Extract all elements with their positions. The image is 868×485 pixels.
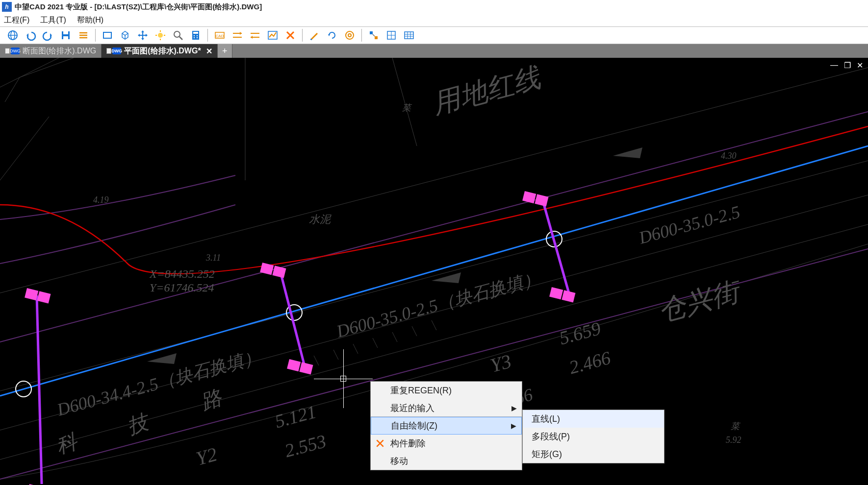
svg-line-62: [0, 117, 49, 180]
svg-marker-12: [141, 30, 144, 32]
svg-line-82: [280, 268, 304, 364]
svg-marker-92: [432, 272, 461, 283]
svg-rect-24: [193, 32, 198, 34]
menu-bar: 工程(F) 工具(T) 帮助(H): [0, 14, 868, 26]
svg-rect-11: [103, 32, 111, 38]
menu-recent-input[interactable]: 最近的输入 ▶: [371, 399, 522, 417]
node-icon[interactable]: [366, 28, 381, 43]
calc-icon[interactable]: [188, 28, 203, 43]
submenu-label: 矩形(G): [532, 448, 562, 460]
table-icon[interactable]: [402, 28, 416, 43]
svg-rect-84: [272, 266, 286, 278]
svg-line-71: [0, 112, 868, 342]
svg-marker-15: [146, 34, 148, 37]
menu-move[interactable]: 移动: [371, 452, 522, 470]
svg-text:CAD: CAD: [216, 34, 224, 38]
svg-rect-6: [63, 31, 68, 34]
svg-rect-86: [299, 362, 313, 374]
toolbar: CAD: [0, 26, 868, 44]
menu-repeat-regen[interactable]: 重复REGEN(R): [371, 382, 522, 399]
svg-point-26: [197, 35, 198, 36]
submenu-label: 直线(L): [532, 413, 560, 425]
svg-line-70: [432, 320, 436, 330]
svg-marker-93: [147, 353, 177, 364]
redo-icon[interactable]: [41, 28, 55, 43]
toolbar-separator: [207, 29, 208, 42]
search-icon[interactable]: [171, 28, 185, 43]
submenu-polyline[interactable]: 多段线(P): [523, 428, 664, 445]
menu-label: 移动: [390, 455, 408, 467]
svg-marker-13: [141, 38, 144, 40]
chart-icon[interactable]: [265, 28, 280, 43]
svg-marker-41: [328, 34, 330, 36]
grid-icon[interactable]: [384, 28, 399, 43]
toolbar-separator: [361, 29, 362, 42]
svg-rect-79: [37, 291, 51, 303]
target-icon[interactable]: [342, 28, 357, 43]
tab-plan-drawing[interactable]: DWG 平面图(给排水).DWG* ✕: [102, 44, 217, 58]
svg-rect-88: [522, 191, 536, 203]
print-icon: [106, 48, 111, 54]
x-delete-icon[interactable]: [283, 28, 298, 43]
svg-line-68: [392, 332, 397, 342]
svg-rect-44: [370, 31, 373, 34]
menu-help[interactable]: 帮助(H): [77, 15, 103, 25]
submenu-label: 多段线(P): [532, 431, 570, 442]
tab-section-drawing[interactable]: DWG 断面图(给排水).DWG: [0, 44, 102, 58]
svg-line-58: [0, 68, 868, 293]
svg-line-69: [412, 326, 417, 336]
rotate-icon[interactable]: [325, 28, 339, 43]
rect-icon[interactable]: [100, 28, 115, 43]
x-delete-icon: [375, 438, 385, 449]
svg-line-22: [179, 37, 182, 40]
cad-canvas[interactable]: — ❐ ✕: [0, 58, 868, 485]
tab-label: 平面图(给排水).DWG*: [124, 46, 201, 56]
svg-rect-45: [375, 36, 378, 39]
menu-tools[interactable]: 工具(T): [40, 15, 66, 25]
svg-marker-94: [613, 147, 642, 158]
menu-project[interactable]: 工程(F): [4, 15, 29, 25]
svg-point-28: [197, 37, 198, 38]
close-icon[interactable]: ✕: [206, 47, 212, 56]
svg-point-16: [158, 33, 163, 38]
cube-icon[interactable]: [118, 28, 132, 43]
svg-line-66: [353, 344, 358, 354]
svg-rect-90: [549, 287, 563, 299]
svg-rect-7: [63, 36, 68, 39]
undo-icon[interactable]: [23, 28, 38, 43]
cad-icon[interactable]: CAD: [212, 28, 227, 43]
flow1-icon[interactable]: [230, 28, 245, 43]
svg-point-25: [194, 35, 195, 36]
svg-line-87: [542, 197, 569, 293]
svg-line-61: [0, 58, 59, 87]
globe-icon[interactable]: [5, 28, 20, 43]
submenu-line[interactable]: 直线(L): [523, 410, 664, 428]
app-icon: h: [2, 2, 12, 12]
svg-rect-89: [535, 194, 548, 206]
svg-rect-50: [405, 32, 413, 39]
submenu-free-draw: 直线(L) 多段线(P) 矩形(G): [522, 410, 664, 463]
title-text: 中望CAD 2021 专业版 - [D:\LAST(SZ)\工程库\仓兴街\平面…: [15, 2, 262, 12]
svg-rect-85: [287, 359, 301, 371]
svg-line-55: [0, 161, 868, 391]
submenu-rectangle[interactable]: 矩形(G): [523, 445, 664, 463]
save-icon[interactable]: [58, 28, 73, 43]
svg-line-46: [373, 34, 375, 36]
svg-point-42: [346, 31, 354, 39]
tab-label: 断面图(给排水).DWG: [23, 46, 96, 56]
flow2-icon[interactable]: [248, 28, 262, 43]
svg-line-73: [0, 146, 868, 396]
menu-free-draw[interactable]: 自由绘制(Z) ▶: [371, 417, 522, 435]
tab-bar: DWG 断面图(给排水).DWG DWG 平面图(给排水).DWG* ✕ +: [0, 44, 868, 58]
svg-line-67: [373, 338, 378, 348]
move-icon[interactable]: [135, 28, 150, 43]
dwg-icon: DWG: [112, 48, 121, 54]
light-icon[interactable]: [153, 28, 168, 43]
pen-icon[interactable]: [307, 28, 322, 43]
new-tab-button[interactable]: +: [218, 44, 232, 58]
menu-label: 自由绘制(Z): [391, 420, 437, 432]
menu-delete-component[interactable]: 构件删除: [371, 435, 522, 452]
menu-label: 构件删除: [390, 437, 426, 449]
list-icon[interactable]: [76, 28, 91, 43]
svg-marker-14: [138, 34, 140, 37]
